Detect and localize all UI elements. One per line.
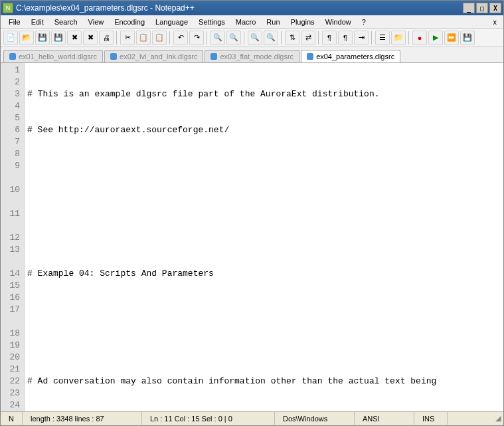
line-number: 19 <box>2 340 20 352</box>
separator <box>116 31 118 45</box>
file-icon <box>210 53 217 60</box>
record-icon[interactable]: ● <box>412 31 427 45</box>
code-line <box>27 340 501 352</box>
title-bar: N C:\examples\ex04_parameters.dlgsrc - N… <box>1 1 503 15</box>
separator <box>281 31 282 45</box>
zoom-in-icon[interactable]: 🔍 <box>248 31 262 45</box>
tab-ex04[interactable]: ex04_parameters.dlgsrc <box>301 50 400 62</box>
copy-icon[interactable]: 📋 <box>136 31 151 45</box>
tab-label: ex01_hello_world.dlgsrc <box>19 53 97 60</box>
line-number: 5 <box>2 112 20 124</box>
sync-h-icon[interactable]: ⇄ <box>301 31 315 45</box>
separator <box>318 31 319 45</box>
open-icon[interactable]: 📂 <box>19 31 34 45</box>
line-number: 17 <box>2 304 20 316</box>
line-number: 15 <box>2 280 20 292</box>
function-list-icon[interactable]: ☰ <box>375 31 390 45</box>
line-number: 18 <box>2 328 20 340</box>
menu-macro[interactable]: Macro <box>230 17 262 27</box>
line-number <box>2 196 20 208</box>
line-number: 9 <box>2 160 20 172</box>
file-icon <box>307 53 313 60</box>
line-number: 24 <box>2 399 20 411</box>
print-icon[interactable]: 🖨 <box>99 31 114 45</box>
code-line <box>27 304 501 316</box>
line-number <box>2 220 20 232</box>
line-number: 8 <box>2 148 20 160</box>
menu-x[interactable]: x <box>489 18 501 26</box>
zoom-out-icon[interactable]: 🔍 <box>264 31 278 45</box>
menu-window[interactable]: Window <box>320 17 357 27</box>
redo-icon[interactable]: ↷ <box>189 31 204 45</box>
menu-help[interactable]: ? <box>357 17 371 27</box>
code-content[interactable]: # This is an example dlgsrc file part of… <box>25 63 503 411</box>
code-line: # See http://auroraext.sourceforge.net/ <box>27 124 501 136</box>
line-number <box>2 172 20 184</box>
code-line: # Example 04: Scripts And Parameters <box>27 268 501 280</box>
menu-view[interactable]: View <box>83 17 110 27</box>
minimize-button[interactable]: _ <box>463 3 475 13</box>
show-all-icon[interactable]: ¶ <box>338 31 353 45</box>
tab-ex02[interactable]: ex02_lvl_and_lnk.dlgsrc <box>104 50 203 62</box>
menu-bar: File Edit Search View Encoding Language … <box>1 15 503 29</box>
tab-ex03[interactable]: ex03_flat_mode.dlgsrc <box>205 50 299 62</box>
menu-plugins[interactable]: Plugins <box>286 17 320 27</box>
line-gutter: 1 2 3 4 5 6 7 8 9 10 11 12 13 14 15 16 1… <box>1 63 25 411</box>
separator <box>244 31 245 45</box>
code-line <box>27 232 501 244</box>
cut-icon[interactable]: ✂ <box>120 31 135 45</box>
sync-v-icon[interactable]: ⇅ <box>285 31 299 45</box>
separator <box>408 31 410 45</box>
separator <box>371 31 373 45</box>
close-all-icon[interactable]: ✖ <box>83 31 98 45</box>
line-number <box>2 256 20 268</box>
menu-file[interactable]: File <box>3 17 26 27</box>
window-title: C:\examples\ex04_parameters.dlgsrc - Not… <box>16 3 462 13</box>
status-eol: Dos\Windows <box>275 412 355 425</box>
close-button[interactable]: X <box>489 3 501 13</box>
tab-label: ex04_parameters.dlgsrc <box>316 53 394 60</box>
folder-panel-icon[interactable]: 📁 <box>391 31 406 45</box>
wrap-icon[interactable]: ¶ <box>322 31 337 45</box>
file-icon <box>110 53 117 60</box>
menu-settings[interactable]: Settings <box>193 17 230 27</box>
find-icon[interactable]: 🔍 <box>210 31 225 45</box>
play-icon[interactable]: ▶ <box>428 31 443 45</box>
undo-icon[interactable]: ↶ <box>173 31 188 45</box>
tab-ex01[interactable]: ex01_hello_world.dlgsrc <box>3 50 103 62</box>
status-position: Ln : 11 Col : 15 Sel : 0 | 0 <box>142 412 275 425</box>
editor-area[interactable]: 1 2 3 4 5 6 7 8 9 10 11 12 13 14 15 16 1… <box>1 63 503 411</box>
line-number: 6 <box>2 124 20 136</box>
separator <box>207 31 208 45</box>
close-file-icon[interactable]: ✖ <box>67 31 82 45</box>
separator <box>169 31 171 45</box>
line-number: 4 <box>2 100 20 112</box>
save-icon[interactable]: 💾 <box>35 31 50 45</box>
line-number: 13 <box>2 244 20 256</box>
save-all-icon[interactable]: 💾 <box>51 31 66 45</box>
new-icon[interactable]: 📄 <box>3 31 18 45</box>
replace-icon[interactable]: 🔍 <box>226 31 241 45</box>
resize-grip-icon[interactable]: ◢ <box>493 414 503 423</box>
line-number: 12 <box>2 232 20 244</box>
status-encoding: ANSI <box>355 412 414 425</box>
line-number: 7 <box>2 136 20 148</box>
indent-icon[interactable]: ⇥ <box>354 31 369 45</box>
line-number: 16 <box>2 292 20 304</box>
menu-run[interactable]: Run <box>261 17 285 27</box>
fast-forward-icon[interactable]: ⏩ <box>444 31 459 45</box>
menu-edit[interactable]: Edit <box>26 17 49 27</box>
line-number: 3 <box>2 88 20 100</box>
code-line: # This is an example dlgsrc file part of… <box>27 88 501 100</box>
menu-encoding[interactable]: Encoding <box>109 17 150 27</box>
paste-icon[interactable]: 📋 <box>152 31 167 45</box>
line-number: 1 <box>2 64 20 76</box>
save-macro-icon[interactable]: 💾 <box>460 31 475 45</box>
line-number <box>2 316 20 328</box>
tab-label: ex03_flat_mode.dlgsrc <box>220 53 294 60</box>
code-line <box>27 160 501 172</box>
menu-language[interactable]: Language <box>150 17 193 27</box>
maximize-button[interactable]: □ <box>476 3 488 13</box>
menu-search[interactable]: Search <box>49 17 83 27</box>
status-length: length : 3348 lines : 87 <box>23 412 142 425</box>
